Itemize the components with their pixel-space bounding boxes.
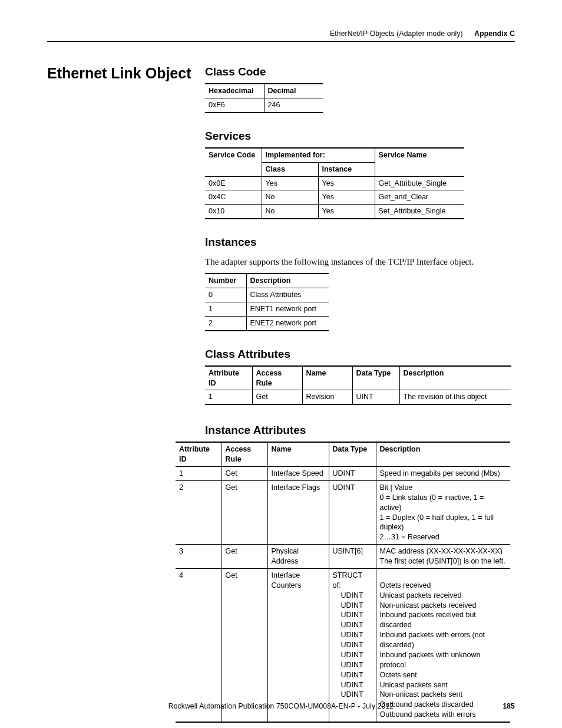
table-class-attrs: Attribute ID Access Rule Name Data Type … <box>205 365 511 406</box>
footer-page-number: 185 <box>503 702 515 710</box>
th-svc-class: Class <box>262 162 318 176</box>
table-row: 2 ENET2 network port <box>205 316 329 330</box>
section-instance-attrs: Instance Attributes <box>205 424 515 437</box>
th-hex: Hexadecimal <box>205 84 264 98</box>
th-inst-desc: Description <box>246 274 329 288</box>
table-row: 2 Get Interface Flags UDINT Bit | Value … <box>176 480 510 544</box>
instances-intro: The adapter supports the following insta… <box>205 257 515 267</box>
table-row: 0 Class Attributes <box>205 288 329 302</box>
running-header: EtherNet/IP Objects (Adapter mode only) … <box>47 29 515 42</box>
table-class-code: Hexadecimal Decimal 0xF6 246 <box>205 83 323 113</box>
th-svc-impl: Implemented for: <box>262 148 375 162</box>
footer-publication: Rockwell Automation Publication 750COM-U… <box>168 702 394 710</box>
th-svc-code: Service Code <box>205 148 262 176</box>
header-context: EtherNet/IP Objects (Adapter mode only) <box>330 29 463 38</box>
header-appendix: Appendix C <box>474 29 515 38</box>
section-services: Services <box>205 130 515 143</box>
table-row: 3 Get Physical Address USINT[6] MAC addr… <box>176 545 510 569</box>
table-row: 1 ENET1 network port <box>205 302 329 316</box>
table-row: 0x4C No Yes Get_and_Clear <box>205 190 464 205</box>
table-instances: Number Description 0 Class Attributes 1 … <box>205 273 329 331</box>
section-class-attrs: Class Attributes <box>205 348 515 361</box>
table-row: 1 Get Interface Speed UDINT Speed in meg… <box>176 467 510 481</box>
td-dec: 246 <box>264 98 323 112</box>
th-dec: Decimal <box>264 84 323 98</box>
table-row: 1 Get Revision UINT The revision of this… <box>205 390 511 404</box>
th-svc-name: Service Name <box>375 148 464 176</box>
table-row: 0x0E Yes Yes Get_Attribute_Single <box>205 176 464 190</box>
table-instance-attrs: Attribute ID Access Rule Name Data Type … <box>176 442 510 723</box>
table-row: 4 Get Interface Counters STRUCT of: UDIN… <box>176 568 510 722</box>
th-inst-num: Number <box>205 274 246 288</box>
td-hex: 0xF6 <box>205 98 264 112</box>
table-services: Service Code Implemented for: Service Na… <box>205 147 464 219</box>
th-svc-inst: Instance <box>318 162 375 176</box>
page-footer: Rockwell Automation Publication 750COM-U… <box>47 702 515 710</box>
table-row: 0x10 No Yes Set_Attribute_Single <box>205 205 464 219</box>
section-class-code: Class Code <box>205 65 515 78</box>
section-instances: Instances <box>205 236 515 249</box>
page-title: Ethernet Link Object <box>47 65 194 421</box>
